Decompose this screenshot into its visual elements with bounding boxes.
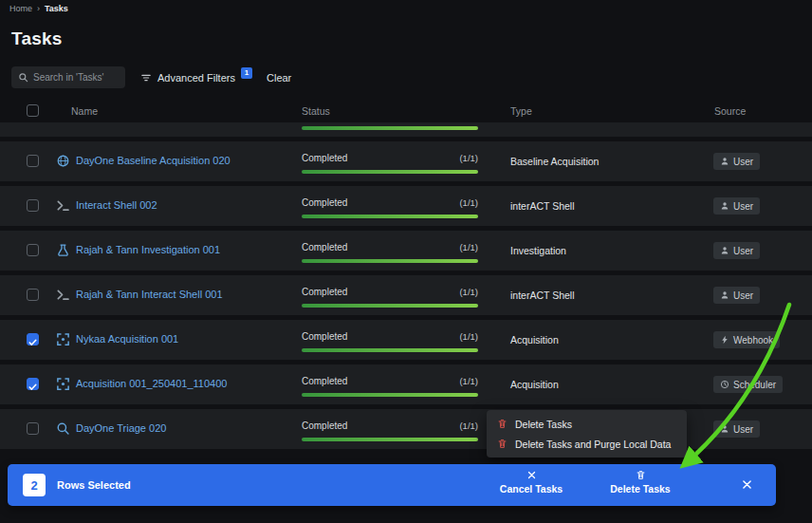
status-label: Completed <box>302 197 347 208</box>
context-menu-item-delete-purge[interactable]: Delete Tasks and Purge Local Data <box>487 434 687 454</box>
column-header-source[interactable]: Source <box>714 105 746 117</box>
column-header-name[interactable]: Name <box>71 105 98 117</box>
user-icon <box>720 157 729 166</box>
source-badge: User <box>713 287 760 304</box>
trash-icon <box>497 419 508 429</box>
status-label: Completed <box>302 242 347 252</box>
progress-bar <box>302 170 478 174</box>
delete-tasks-button[interactable]: Delete Tasks <box>603 470 677 495</box>
search-icon <box>18 72 28 83</box>
selection-bar: 2 Rows Selected Cancel Tasks Delete Task… <box>8 464 776 506</box>
table-row[interactable]: Acquisition 001_250401_110400Completed(1… <box>0 364 812 404</box>
acquisition-icon <box>56 332 70 346</box>
task-name-link[interactable]: Interact Shell 002 <box>76 199 157 211</box>
status-label: Completed <box>302 153 347 163</box>
progress-fraction: (1/1) <box>459 331 478 342</box>
status-label: Completed <box>302 420 347 431</box>
source-label: User <box>733 201 753 212</box>
status-label: Completed <box>302 376 347 386</box>
status-cell: Completed(1/1) <box>302 409 478 449</box>
status-cell: Completed(1/1) <box>302 364 478 404</box>
task-type: Investigation <box>510 245 566 256</box>
table-row[interactable]: Nykaa Acquisition 001Completed(1/1)Acqui… <box>0 320 812 360</box>
task-name-link[interactable]: Rajah & Tann Investigation 001 <box>76 244 220 255</box>
trash-icon <box>636 470 646 480</box>
close-selection-bar-icon[interactable] <box>741 478 753 491</box>
task-name-link[interactable]: DayOne Triage 020 <box>76 422 166 434</box>
progress-bar <box>302 348 478 352</box>
user-icon <box>720 290 729 300</box>
breadcrumb-home[interactable]: Home <box>9 4 32 13</box>
column-header-type[interactable]: Type <box>510 105 532 117</box>
row-checkbox[interactable] <box>27 378 39 390</box>
source-label: Webhook <box>733 335 773 346</box>
row-checkbox[interactable] <box>27 155 39 167</box>
task-name-link[interactable]: DayOne Baseline Acquisition 020 <box>76 155 231 166</box>
page-title: Tasks <box>11 28 62 49</box>
cancel-tasks-label: Cancel Tasks <box>500 483 563 495</box>
source-badge: User <box>713 197 760 215</box>
progress-fraction: (1/1) <box>459 376 478 386</box>
progress-bar <box>302 304 478 308</box>
context-menu-item-label: Delete Tasks <box>515 419 572 430</box>
column-header-status[interactable]: Status <box>302 105 330 117</box>
progress-fraction: (1/1) <box>459 242 478 252</box>
row-checkbox[interactable] <box>27 333 39 346</box>
task-name-link[interactable]: Acquisition 001_250401_110400 <box>76 378 227 389</box>
clear-filters-button[interactable]: Clear <box>267 66 291 88</box>
table-row[interactable]: Interact Shell 002Completed(1/1)interACT… <box>0 186 812 226</box>
search-box[interactable] <box>11 66 125 88</box>
source-badge: Scheduler <box>713 376 783 393</box>
advanced-filters-button[interactable]: Advanced Filters 1 <box>140 66 252 88</box>
source-label: Scheduler <box>733 380 776 390</box>
progress-fraction: (1/1) <box>459 287 478 297</box>
status-cell: Completed(1/1) <box>302 275 478 315</box>
source-label: User <box>733 424 753 435</box>
triage-icon <box>56 421 70 436</box>
tasks-page: Home › Tasks Tasks Advanced Filters 1 Cl… <box>0 0 812 523</box>
trash-icon <box>497 439 508 449</box>
partial-scrolled-row <box>0 123 812 137</box>
status-label: Completed <box>302 287 347 297</box>
source-label: User <box>733 290 753 301</box>
task-type: Acquisition <box>510 379 559 390</box>
row-checkbox[interactable] <box>27 289 39 301</box>
status-cell: Completed(1/1) <box>302 141 478 181</box>
progress-bar <box>302 215 478 218</box>
search-input[interactable] <box>33 72 119 83</box>
row-checkbox[interactable] <box>27 422 39 435</box>
progress-fraction: (1/1) <box>459 153 478 163</box>
progress-bar <box>302 126 478 130</box>
cancel-tasks-button[interactable]: Cancel Tasks <box>494 470 568 495</box>
progress-bar <box>302 393 478 397</box>
investigation-icon <box>56 243 70 257</box>
source-label: User <box>733 246 753 256</box>
breadcrumb-current: Tasks <box>45 4 68 13</box>
row-checkbox[interactable] <box>27 244 39 256</box>
filter-count-badge: 1 <box>241 67 252 79</box>
table-row[interactable]: DayOne Baseline Acquisition 020Completed… <box>0 141 812 181</box>
task-type: Baseline Acquisition <box>510 156 599 167</box>
source-label: User <box>733 157 753 167</box>
acquisition-icon <box>56 377 70 391</box>
progress-bar <box>302 259 478 263</box>
task-name-link[interactable]: Nykaa Acquisition 001 <box>76 333 178 345</box>
table-row[interactable]: Rajah & Tann Interact Shell 001Completed… <box>0 275 812 315</box>
context-menu-item-delete-tasks[interactable]: Delete Tasks <box>487 414 687 434</box>
delete-tasks-label: Delete Tasks <box>610 483 670 495</box>
task-name-link[interactable]: Rajah & Tann Interact Shell 001 <box>76 289 223 300</box>
row-checkbox[interactable] <box>27 199 39 212</box>
status-label: Completed <box>302 331 347 342</box>
scheduler-icon <box>720 380 729 389</box>
rows-selected-label: Rows Selected <box>57 479 131 491</box>
select-all-checkbox[interactable] <box>27 104 39 117</box>
source-badge: Webhook <box>713 331 780 348</box>
filter-icon <box>140 72 152 84</box>
user-icon <box>720 424 729 434</box>
table-row[interactable]: DayOne Triage 020Completed(1/1)User <box>0 409 812 449</box>
advanced-filters-label: Advanced Filters <box>157 72 235 84</box>
table-row[interactable]: Rajah & Tann Investigation 001Completed(… <box>0 231 812 271</box>
breadcrumb: Home › Tasks <box>9 4 68 13</box>
close-icon <box>526 470 537 480</box>
context-menu: Delete Tasks Delete Tasks and Purge Loca… <box>487 410 687 458</box>
